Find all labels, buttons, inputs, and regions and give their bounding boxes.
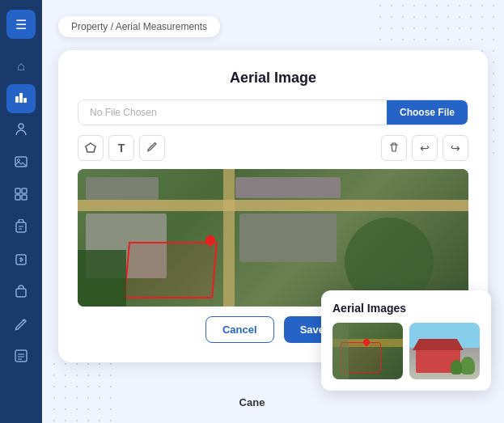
redo-icon: ↪ — [451, 142, 460, 154]
cancel-button[interactable]: Cancel — [205, 316, 274, 343]
dollar-icon — [14, 252, 28, 269]
list-icon — [14, 349, 28, 366]
sidebar-menu-button[interactable]: ☰ — [6, 10, 36, 39]
svg-marker-19 — [86, 143, 95, 152]
pencil-tool-button[interactable] — [139, 135, 165, 161]
menu-icon: ☰ — [15, 17, 27, 32]
svg-rect-10 — [16, 222, 26, 232]
svg-rect-8 — [15, 195, 20, 200]
aerial-thumb-satellite[interactable] — [332, 323, 403, 379]
sidebar-item-chart[interactable] — [6, 84, 36, 113]
clipboard-icon — [14, 219, 28, 237]
edit-icon — [14, 316, 28, 334]
map-area[interactable] — [78, 169, 468, 307]
text-tool-button[interactable]: T — [108, 135, 134, 161]
aerial-images-popup: Aerial Images — [321, 290, 491, 391]
svg-point-3 — [19, 124, 23, 129]
person-icon — [14, 122, 28, 140]
sidebar-item-bag[interactable] — [6, 278, 36, 307]
sidebar-item-dollar[interactable] — [6, 246, 36, 275]
breadcrumb-text: Property / Aerial Measurements — [71, 21, 207, 32]
sidebar-item-home[interactable]: ⌂ — [6, 52, 36, 81]
sidebar-item-edit[interactable] — [6, 311, 36, 340]
sidebar: ☰ ⌂ — [0, 0, 42, 423]
aerial-popup-title: Aerial Images — [332, 302, 480, 315]
text-tool-icon: T — [118, 142, 125, 154]
thumb-street-bg — [409, 323, 480, 379]
grid-icon — [14, 187, 28, 205]
trash-icon — [388, 142, 400, 155]
svg-rect-14 — [16, 289, 26, 297]
polygon-tool-button[interactable] — [78, 135, 104, 161]
sidebar-item-image[interactable] — [6, 149, 36, 178]
delete-button[interactable] — [381, 135, 407, 161]
choose-file-button[interactable]: Choose File — [387, 100, 468, 125]
sidebar-item-clipboard[interactable] — [6, 214, 36, 243]
svg-rect-1 — [19, 93, 23, 103]
redo-button[interactable]: ↪ — [443, 135, 468, 161]
svg-rect-6 — [15, 188, 20, 193]
sidebar-item-list[interactable] — [6, 343, 36, 372]
thumb-roof — [413, 339, 464, 350]
home-icon: ⌂ — [17, 59, 25, 74]
cane-label: Cane — [239, 396, 265, 408]
svg-rect-7 — [22, 188, 27, 193]
svg-point-5 — [18, 159, 20, 162]
sidebar-item-grid[interactable] — [6, 181, 36, 210]
thumb-satellite-bg — [332, 323, 403, 379]
breadcrumb: Property / Aerial Measurements — [58, 16, 220, 37]
file-label: No File Chosen — [78, 100, 387, 125]
satellite-map — [78, 169, 468, 307]
svg-rect-0 — [15, 96, 19, 103]
file-input-row: No File Chosen Choose File — [78, 99, 468, 125]
undo-button[interactable]: ↩ — [412, 135, 438, 161]
chart-icon — [14, 90, 28, 108]
svg-rect-2 — [23, 98, 27, 103]
undo-icon: ↩ — [420, 142, 430, 154]
sidebar-item-person[interactable] — [6, 116, 36, 146]
aerial-thumbs-container — [332, 323, 480, 379]
bag-icon — [14, 284, 28, 302]
drawing-toolbar: T ↩ ↪ — [78, 135, 468, 161]
card-title: Aerial Image — [78, 70, 468, 87]
image-icon — [14, 154, 28, 172]
svg-rect-9 — [22, 195, 27, 200]
svg-rect-15 — [15, 350, 27, 362]
aerial-thumb-street[interactable] — [409, 323, 480, 379]
pencil-icon — [146, 142, 158, 155]
